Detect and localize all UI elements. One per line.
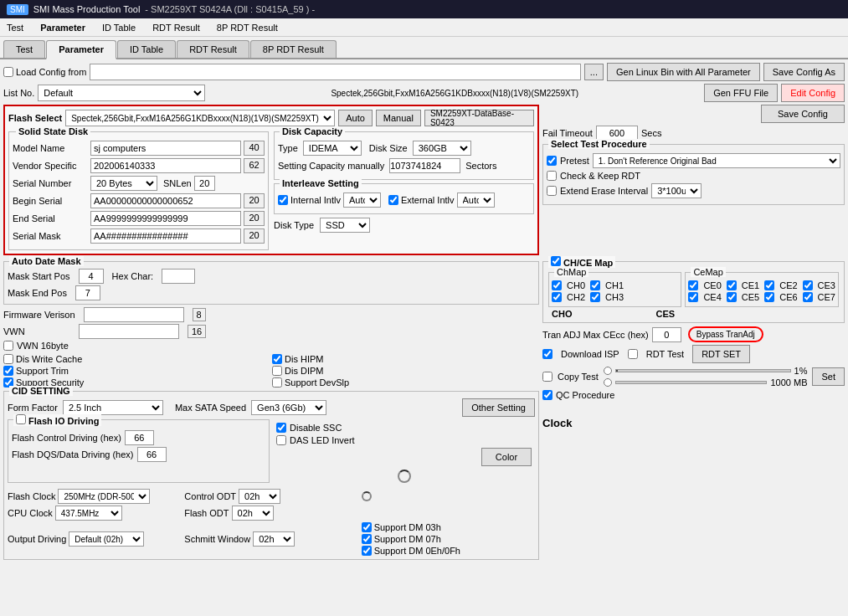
support-dm0eh-check[interactable] xyxy=(362,546,372,556)
save-config-btn[interactable]: Save Config xyxy=(761,105,845,123)
chce-map-check[interactable] xyxy=(551,256,561,266)
menu-test[interactable]: Test xyxy=(3,21,27,34)
ch3-label: CH3 xyxy=(605,292,624,302)
browse-button[interactable]: ... xyxy=(584,64,604,80)
flash-io-check[interactable] xyxy=(16,414,26,424)
output-driving-select[interactable]: Default (02h) xyxy=(69,531,144,547)
tab-parameter[interactable]: Parameter xyxy=(46,40,116,59)
serial-mask-input[interactable] xyxy=(90,228,241,244)
rdt-test-check[interactable] xyxy=(628,349,638,359)
copy-test-radio-1[interactable] xyxy=(604,367,612,375)
flash-clock-select[interactable]: 250MHz (DDR-500) xyxy=(58,489,150,504)
pretest-select[interactable]: 1. Don't Reference Original Bad xyxy=(593,153,840,168)
menu-8p-rdt-result[interactable]: 8P RDT Result xyxy=(213,21,281,34)
menu-id-table[interactable]: ID Table xyxy=(99,21,139,34)
end-serial-input[interactable] xyxy=(90,211,241,226)
qc-procedure-check[interactable] xyxy=(542,390,552,400)
copy-test-radio-2[interactable] xyxy=(604,378,612,387)
disable-ssc-check[interactable] xyxy=(276,423,286,433)
extend-erase-check[interactable] xyxy=(547,186,557,196)
ssd-section: Solid State Disk Model Name 40 Vendor Sp… xyxy=(8,131,269,250)
menu-parameter[interactable]: Parameter xyxy=(37,21,89,34)
ch3-check[interactable] xyxy=(590,292,600,302)
flash-odt-select[interactable]: 02h xyxy=(232,506,274,521)
form-factor-select[interactable]: 2.5 Inch xyxy=(63,400,163,415)
internal-intlv-select[interactable]: Auto xyxy=(343,192,381,208)
control-odt-select[interactable]: 02h xyxy=(239,489,280,504)
begin-serial-input[interactable] xyxy=(90,193,241,208)
ce0-check[interactable] xyxy=(688,280,698,290)
other-setting-btn[interactable]: Other Setting xyxy=(462,398,535,417)
end-serial-row: End Serial 20 xyxy=(13,211,265,226)
max-sata-select[interactable]: Gen3 (6Gb) xyxy=(251,400,326,415)
ce4-check[interactable] xyxy=(688,292,698,302)
ch1-check[interactable] xyxy=(590,280,600,290)
dis-write-cache-check[interactable] xyxy=(3,354,13,364)
disk-type-select[interactable]: SSD xyxy=(320,218,370,233)
external-intlv-select[interactable]: Auto xyxy=(457,192,495,208)
edit-config-btn[interactable]: Edit Config xyxy=(781,84,845,102)
ce2-check[interactable] xyxy=(764,280,774,290)
setting-capacity-input[interactable] xyxy=(389,158,460,173)
list-no-select[interactable]: Default xyxy=(38,85,205,101)
schmitt-window-select[interactable]: 02h xyxy=(253,531,295,547)
manual-btn[interactable]: Manual xyxy=(376,110,421,126)
tab-test[interactable]: Test xyxy=(3,40,45,58)
color-btn[interactable]: Color xyxy=(481,448,532,466)
gen-linux-btn[interactable]: Gen Linux Bin with All Parameter xyxy=(607,63,760,81)
ce6-check[interactable] xyxy=(764,292,774,302)
flash-info-text: Spectek,256Gbit,FxxM16A256G1KDBxxxx(N18)… xyxy=(208,89,701,98)
cpu-clock-select[interactable]: 437.5MHz xyxy=(55,506,122,521)
flash-control-input[interactable] xyxy=(125,430,154,445)
auto-btn[interactable]: Auto xyxy=(338,110,373,126)
tab-8p-rdt-result[interactable]: 8P RDT Result xyxy=(250,40,337,58)
type-select[interactable]: IDEMA xyxy=(303,141,362,156)
menu-rdt-result[interactable]: RDT Result xyxy=(149,21,203,34)
ch2-check[interactable] xyxy=(552,292,562,302)
disk-size-select[interactable]: 360GB xyxy=(413,141,471,156)
flash-select-combo[interactable]: Spectek,256Gbit,FxxM16A256G1KDBxxxx(N18)… xyxy=(65,110,335,126)
save-config-as-btn[interactable]: Save Config As xyxy=(763,63,845,81)
dis-hipm-check[interactable] xyxy=(272,354,282,364)
vwwn-16byte-check[interactable] xyxy=(3,341,13,351)
tab-id-table[interactable]: ID Table xyxy=(117,40,176,58)
check-keep-rdt-check[interactable] xyxy=(547,171,557,181)
config-path-input[interactable] xyxy=(90,64,580,80)
das-led-check[interactable] xyxy=(276,435,286,445)
internal-intlv-check[interactable] xyxy=(278,195,288,205)
extend-erase-select[interactable]: 3*100us xyxy=(651,183,702,198)
sn-len-input[interactable] xyxy=(194,176,215,191)
download-isp-check[interactable] xyxy=(542,349,552,359)
rdt-set-btn[interactable]: RDT SET xyxy=(692,345,750,363)
copy-test-check[interactable] xyxy=(542,372,552,382)
flash-dqs-input[interactable] xyxy=(137,447,167,462)
gen-ffu-btn[interactable]: Gen FFU File xyxy=(704,84,778,102)
mask-end-input[interactable] xyxy=(75,285,100,300)
support-dm03h-check[interactable] xyxy=(362,522,372,532)
serial-number-type[interactable]: 20 Bytes xyxy=(90,176,157,191)
load-config-checkbox[interactable] xyxy=(3,67,13,77)
model-name-input[interactable] xyxy=(90,141,241,156)
pretest-check[interactable] xyxy=(547,156,557,166)
dis-dipm-check[interactable] xyxy=(272,366,282,376)
firmware-input[interactable] xyxy=(84,307,184,322)
ce1-check[interactable] xyxy=(727,280,737,290)
chce-map-section: CH/CE Map ChMap CH0 CH1 xyxy=(542,261,845,323)
hex-char-input[interactable] xyxy=(162,269,195,284)
ce3-check[interactable] xyxy=(803,280,813,290)
vendor-specific-input[interactable] xyxy=(90,158,241,173)
support-dm07h-check[interactable] xyxy=(362,534,372,544)
progress-pct: 1% xyxy=(794,366,808,376)
set-btn[interactable]: Set xyxy=(812,367,845,386)
ce5-check[interactable] xyxy=(727,292,737,302)
ch0-check[interactable] xyxy=(552,280,562,290)
tran-adj-input[interactable] xyxy=(652,327,681,342)
tab-rdt-result[interactable]: RDT Result xyxy=(177,40,249,58)
external-intlv-check[interactable] xyxy=(388,195,398,205)
bypass-tran-adj-btn[interactable]: Bypass TranAdj xyxy=(688,326,763,342)
support-trim-check[interactable] xyxy=(3,366,13,376)
support-devslp-check[interactable] xyxy=(272,377,282,388)
ce7-check[interactable] xyxy=(803,292,813,302)
mask-start-input[interactable] xyxy=(79,269,104,284)
vwwn-input[interactable] xyxy=(79,324,179,339)
